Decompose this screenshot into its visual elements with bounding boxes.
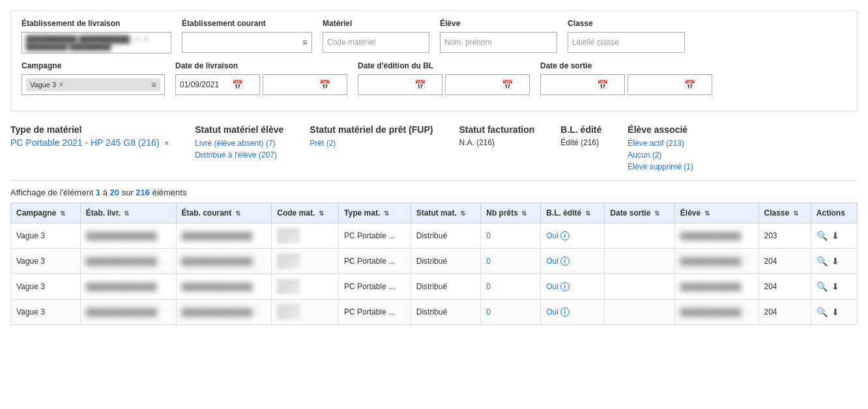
filter-label-etab-livraison: Établissement de livraison bbox=[22, 19, 171, 28]
col-type-mat[interactable]: Type mat. ⇅ bbox=[339, 203, 411, 223]
summary-statut-eleve-item-1[interactable]: Distribué à l'élève (207) bbox=[195, 149, 283, 161]
col-eleve[interactable]: Élève ⇅ bbox=[674, 203, 759, 223]
date-livraison-from[interactable]: 📅 bbox=[175, 74, 260, 95]
pagination-info: Affichage de l'élément 1 à 20 sur 216 él… bbox=[10, 188, 858, 197]
summary-statut-eleve-item-0[interactable]: Livré (élève absent) (7) bbox=[195, 137, 283, 149]
pagination-to: 20 bbox=[110, 188, 119, 197]
search-action-icon[interactable]: 🔍 bbox=[817, 231, 828, 241]
classe-input[interactable] bbox=[572, 38, 680, 47]
date-edition-bl-to[interactable]: 📅 bbox=[445, 74, 530, 95]
summary-type-materiel: Type de matériel PC Portable 2021 - HP 2… bbox=[10, 124, 169, 173]
col-bl-edite[interactable]: B.L. édité ⇅ bbox=[541, 203, 605, 223]
col-etab-courant[interactable]: Étab. courant ⇅ bbox=[176, 203, 272, 223]
download-action-icon[interactable]: ⬇ bbox=[832, 307, 839, 317]
cell-eleve: ████████████ bbox=[674, 274, 759, 300]
download-action-icon[interactable]: ⬇ bbox=[832, 231, 839, 241]
bl-info-icon[interactable]: i bbox=[560, 231, 570, 240]
bl-info-icon[interactable]: i bbox=[560, 307, 570, 317]
search-action-icon[interactable]: 🔍 bbox=[817, 307, 828, 317]
cell-date-sortie bbox=[605, 300, 675, 325]
summary-eleve-associe-item-2[interactable]: Élève supprimé (1) bbox=[628, 161, 693, 173]
col-date-sortie[interactable]: Date sortie ⇅ bbox=[605, 203, 675, 223]
cell-date-sortie bbox=[605, 274, 675, 300]
summary-type-materiel-title: Type de matériel bbox=[10, 124, 169, 135]
table-row: Vague 3 ██████████████ ██████████████ PC… bbox=[11, 274, 858, 300]
filter-label-date-livraison: Date de livraison bbox=[175, 61, 347, 70]
filter-input-etab-courant[interactable]: ≡ bbox=[182, 32, 312, 53]
download-action-icon[interactable]: ⬇ bbox=[832, 281, 839, 292]
search-action-icon[interactable]: 🔍 bbox=[817, 281, 828, 292]
filter-input-classe[interactable] bbox=[568, 32, 685, 53]
cell-bl-edite: Oui i bbox=[541, 300, 605, 325]
sort-code-mat: ⇅ bbox=[319, 210, 324, 217]
cell-bl-edite: Oui i bbox=[541, 223, 605, 249]
search-action-icon[interactable]: 🔍 bbox=[817, 256, 828, 266]
date-edition-bl-to-input[interactable] bbox=[450, 80, 502, 89]
filter-input-etab-livraison[interactable]: ██████████ ██████████ · × ≡ █████████ ██… bbox=[22, 32, 171, 53]
calendar-icon-sortie-to[interactable]: 📅 bbox=[684, 79, 695, 90]
filter-group-etab-livraison: Établissement de livraison ██████████ ██… bbox=[22, 19, 171, 53]
col-campagne[interactable]: Campagne ⇅ bbox=[11, 203, 81, 223]
filter-label-eleve: Élève bbox=[440, 19, 557, 28]
summary-eleve-associe-item-0[interactable]: Élève actif (213) bbox=[628, 137, 693, 149]
col-actions: Actions bbox=[811, 203, 857, 223]
campagne-menu-icon[interactable]: ≡ bbox=[151, 79, 156, 90]
summary-statut-pret-item-0[interactable]: Prêt (2) bbox=[310, 137, 433, 149]
calendar-icon-edition-bl-from[interactable]: 📅 bbox=[414, 79, 426, 90]
filter-input-eleve[interactable] bbox=[440, 32, 557, 53]
calendar-icon-sortie-from[interactable]: 📅 bbox=[597, 79, 608, 90]
cell-classe: 204 bbox=[759, 249, 811, 274]
summary-type-materiel-clear[interactable]: × bbox=[164, 139, 169, 148]
cell-etab-courant: ██████████████ bbox=[176, 249, 272, 274]
date-edition-bl-from[interactable]: 📅 bbox=[358, 74, 442, 95]
materiel-input[interactable] bbox=[327, 38, 425, 47]
pagination-start: 1 bbox=[96, 188, 100, 197]
cell-classe: 204 bbox=[759, 300, 811, 325]
filter-group-materiel: Matériel bbox=[323, 19, 429, 53]
col-etab-livr[interactable]: Étab. livr. ⇅ bbox=[80, 203, 176, 223]
summary-bl-edite-title: B.L. édité bbox=[560, 124, 601, 135]
filter-label-date-sortie: Date de sortie bbox=[540, 61, 712, 70]
date-livraison-to-input[interactable] bbox=[267, 80, 319, 89]
campagne-clear[interactable]: × bbox=[59, 80, 63, 89]
filter-group-etab-courant: Établissement courant ≡ bbox=[182, 19, 312, 53]
cell-statut-mat: Distribué bbox=[411, 223, 480, 249]
bl-info-icon[interactable]: i bbox=[560, 282, 570, 291]
col-classe[interactable]: Classe ⇅ bbox=[759, 203, 811, 223]
data-table: Campagne ⇅ Étab. livr. ⇅ Étab. courant ⇅… bbox=[10, 203, 858, 325]
date-livraison-from-input[interactable] bbox=[180, 80, 232, 89]
filter-label-date-edition-bl: Date d'édition du BL bbox=[358, 61, 530, 70]
menu-icon[interactable]: ≡ bbox=[302, 37, 308, 48]
etab-courant-input[interactable] bbox=[186, 38, 300, 47]
cell-actions: 🔍 ⬇ bbox=[811, 274, 857, 300]
date-sortie-from-input[interactable] bbox=[545, 80, 597, 89]
cell-etab-courant: ██████████████ bbox=[176, 274, 272, 300]
calendar-icon-livraison-from[interactable]: 📅 bbox=[232, 79, 243, 90]
summary-eleve-associe-title: Élève associé bbox=[628, 124, 693, 135]
cell-etab-livr: ██████████████ bbox=[80, 223, 176, 249]
date-edition-bl-from-input[interactable] bbox=[362, 80, 414, 89]
sort-bl-edite: ⇅ bbox=[585, 210, 590, 217]
filter-input-materiel[interactable] bbox=[323, 32, 429, 53]
bl-info-icon[interactable]: i bbox=[560, 257, 570, 266]
col-statut-mat[interactable]: Statut mat. ⇅ bbox=[411, 203, 480, 223]
filter-group-date-livraison: Date de livraison 📅 📅 bbox=[175, 61, 347, 95]
download-action-icon[interactable]: ⬇ bbox=[832, 256, 839, 266]
calendar-icon-edition-bl-to[interactable]: 📅 bbox=[502, 79, 513, 90]
table-row: Vague 3 ██████████████ ██████████████ PC… bbox=[11, 249, 858, 274]
col-code-mat[interactable]: Code mat. ⇅ bbox=[272, 203, 339, 223]
date-sortie-to[interactable]: 📅 bbox=[628, 74, 712, 95]
date-livraison-to[interactable]: 📅 bbox=[263, 74, 347, 95]
col-nb-prets[interactable]: Nb prêts ⇅ bbox=[481, 203, 541, 223]
summary-eleve-associe-item-1[interactable]: Aucun (2) bbox=[628, 149, 693, 161]
cell-bl-edite: Oui i bbox=[541, 274, 605, 300]
filter-label-campagne: Campagne bbox=[22, 61, 165, 70]
date-sortie-to-input[interactable] bbox=[632, 80, 684, 89]
cell-code-mat bbox=[272, 249, 339, 274]
cell-statut-mat: Distribué bbox=[411, 274, 480, 300]
date-sortie-from[interactable]: 📅 bbox=[540, 74, 625, 95]
eleve-input[interactable] bbox=[444, 38, 553, 47]
calendar-icon-livraison-to[interactable]: 📅 bbox=[319, 79, 330, 90]
cell-etab-livr: ██████████████ bbox=[80, 274, 176, 300]
filter-input-campagne[interactable]: Vague 3 × ≡ bbox=[22, 74, 165, 95]
